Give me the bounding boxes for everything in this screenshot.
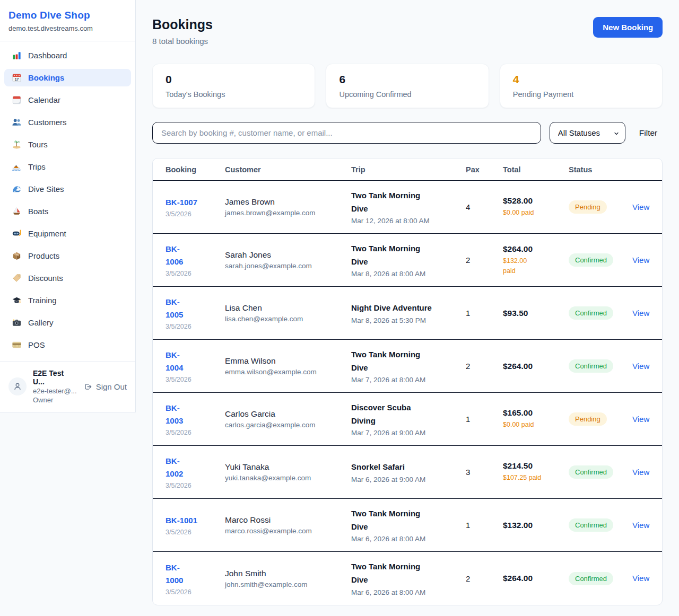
stat-card: 4 Pending Payment [500,64,663,108]
column-header-customer: Customer [225,165,351,174]
sidebar-item-dashboard[interactable]: Dashboard [4,47,131,64]
search-input[interactable] [152,122,541,144]
column-header-trip: Trip [351,165,466,174]
sidebar-item-label: Products [28,251,59,260]
sidebar-item-bookings[interactable]: 17 Bookings [4,69,131,86]
page-header: Bookings 8 total bookings New Booking [152,17,663,46]
sidebar-item-label: Dashboard [28,51,67,60]
booking-id-link[interactable]: BK-1007 [166,196,225,209]
bar-chart-icon [12,50,22,60]
sidebar-item-gallery[interactable]: Gallery [4,314,131,331]
sidebar-item-calendar[interactable]: Calendar [4,91,131,109]
credit-card-icon [12,340,22,350]
booking-id-link[interactable]: BK- 1000 [166,561,225,587]
sidebar-item-dive-sites[interactable]: Dive Sites [4,180,131,198]
status-filter-select[interactable]: All Statuses [550,122,625,144]
table-row: BK- 1003 3/5/2026 Carlos Garcia carlos.g… [153,393,662,446]
booking-date: 3/5/2026 [166,270,225,277]
sidebar-item-discounts[interactable]: Discounts [4,269,131,287]
people-icon [12,117,22,127]
booking-date: 3/5/2026 [166,482,225,489]
booking-id-link[interactable]: BK- 1003 [166,402,225,427]
graduation-cap-icon [12,295,22,305]
view-link[interactable]: View [632,468,649,477]
user-email: e2e-tester@... [33,387,77,395]
calendar-date-icon: 17 [12,73,22,83]
water-wave-icon [12,184,22,194]
status-badge: Pending [569,412,607,426]
customer-email: sarah.jones@example.com [225,262,351,270]
booking-id-link[interactable]: BK- 1004 [166,349,225,374]
main-content: Bookings 8 total bookings New Booking 0 … [136,0,679,616]
view-link[interactable]: View [632,415,649,424]
filter-row: All Statuses Filter [152,122,663,144]
column-header-total: Total [503,165,569,174]
shop-name: Demo Dive Shop [8,10,127,21]
booking-date: 3/5/2026 [166,323,225,330]
sidebar-item-boats[interactable]: Boats [4,203,131,220]
trip-datetime: Mar 7, 2026 at 9:00 AM [351,429,466,437]
sidebar-nav: Dashboard 17 Bookings Calendar Customers… [0,41,135,362]
view-link[interactable]: View [632,256,649,265]
app-root: Demo Dive Shop demo.test.divestreams.com… [0,0,679,616]
customer-name: James Brown [225,197,351,207]
sidebar-item-equipment[interactable]: Equipment [4,225,131,242]
table-row: BK-1001 3/5/2026 Marco Rossi marco.rossi… [153,499,662,552]
total-amount: $165.00 [503,408,569,418]
booking-date: 3/5/2026 [166,588,225,596]
table-header-row: BookingCustomerTripPaxTotalStatus [153,159,662,181]
view-link[interactable]: View [632,203,649,212]
user-role: Owner [33,396,77,404]
booking-id-link[interactable]: BK- 1002 [166,455,225,480]
sailboat-icon [12,206,22,216]
trip-datetime: Mar 8, 2026 at 8:00 AM [351,270,466,278]
diving-mask-icon [12,228,22,239]
new-booking-button[interactable]: New Booking [593,17,663,38]
tear-off-calendar-icon [12,95,22,105]
pax-count: 3 [466,468,503,477]
customer-email: lisa.chen@example.com [225,315,351,323]
column-header-pax: Pax [466,165,503,174]
sidebar-item-trips[interactable]: Trips [4,158,131,175]
view-link[interactable]: View [632,521,649,530]
view-link[interactable]: View [632,362,649,371]
pax-count: 4 [466,203,503,212]
sidebar-item-label: Calendar [28,95,60,104]
sidebar-item-products[interactable]: Products [4,247,131,265]
shop-header: Demo Dive Shop demo.test.divestreams.com [0,0,135,41]
view-link[interactable]: View [632,574,649,583]
status-select-wrap: All Statuses [550,122,625,144]
filter-button[interactable]: Filter [634,125,663,141]
customer-email: emma.wilson@example.com [225,368,351,376]
booking-id-link[interactable]: BK- 1005 [166,296,225,321]
stat-label: Upcoming Confirmed [339,90,475,99]
sidebar-item-pos[interactable]: POS [4,336,131,354]
customer-email: carlos.garcia@example.com [225,421,351,429]
customer-name: Lisa Chen [225,303,351,313]
paid-amount: $107.25 paid [503,473,569,483]
table-row: BK- 1000 3/5/2026 John Smith john.smith@… [153,552,662,605]
trip-datetime: Mar 7, 2026 at 8:00 AM [351,376,466,384]
sidebar-item-tours[interactable]: Tours [4,136,131,153]
booking-id-link[interactable]: BK- 1006 [166,243,225,268]
sidebar-item-customers[interactable]: Customers [4,113,131,131]
sidebar-item-training[interactable]: Training [4,292,131,309]
status-badge: Confirmed [569,306,613,320]
status-badge: Confirmed [569,253,613,267]
table-row: BK- 1004 3/5/2026 Emma Wilson emma.wilso… [153,340,662,393]
status-badge: Confirmed [569,572,613,585]
shop-domain: demo.test.divestreams.com [8,24,127,32]
view-link[interactable]: View [632,309,649,318]
trip-datetime: Mar 12, 2026 at 8:00 AM [351,217,466,225]
total-amount: $264.00 [503,244,569,254]
stat-value: 0 [166,73,302,86]
sidebar-item-label: Customers [28,118,67,127]
total-amount: $528.00 [503,196,569,206]
sign-out-button[interactable]: Sign Out [83,382,127,391]
booking-id-link[interactable]: BK-1001 [166,514,225,527]
sidebar-item-label: Training [28,296,57,305]
table-row: BK- 1006 3/5/2026 Sarah Jones sarah.jone… [153,234,662,287]
customer-name: John Smith [225,569,351,578]
pax-count: 2 [466,574,503,583]
bookings-table: BookingCustomerTripPaxTotalStatus BK-100… [152,158,663,605]
